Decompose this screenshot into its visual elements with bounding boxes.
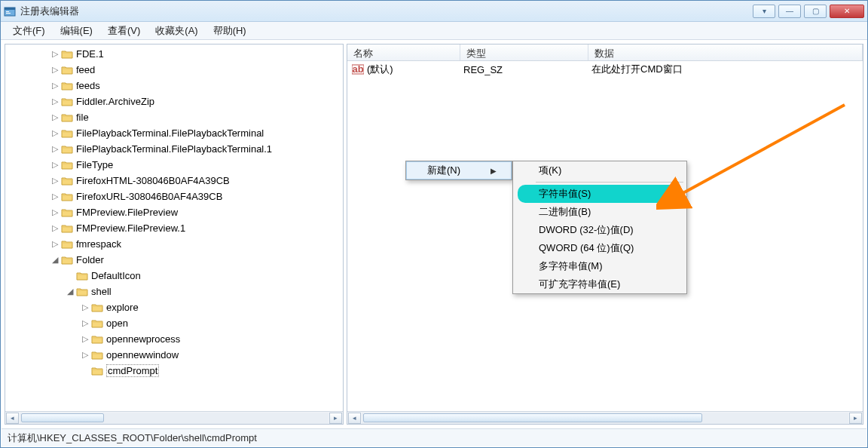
tree-expander-icon[interactable]: ▷ — [50, 207, 60, 217]
context-item-expand[interactable]: 可扩充字符串值(E) — [513, 275, 686, 293]
tree-item[interactable]: ◢Folder — [50, 252, 343, 268]
tree-item-label: FileType — [76, 159, 113, 170]
tree-expander-icon[interactable]: ▷ — [50, 192, 60, 201]
scroll-right-button[interactable]: ▸ — [329, 413, 342, 424]
tree-expander-icon[interactable]: ▷ — [81, 318, 90, 328]
folder-icon — [61, 128, 73, 139]
titlebar[interactable]: 注册表编辑器 ▾ — ▢ ✕ — [1, 1, 867, 22]
scroll-left-button[interactable]: ◂ — [348, 413, 361, 424]
tree-expander-icon[interactable]: ▷ — [50, 49, 60, 59]
value-type: REG_SZ — [463, 64, 591, 75]
scroll-track[interactable] — [362, 413, 848, 424]
tree-item[interactable]: ▷FileType — [50, 157, 343, 173]
tree-item[interactable]: ▷FirefoxHTML-308046B0AF4A39CB — [50, 173, 343, 189]
string-value-icon: ab — [352, 63, 364, 75]
tree-expander-icon[interactable]: ◢ — [50, 255, 60, 265]
scroll-thumb[interactable] — [363, 413, 702, 422]
tree-item[interactable]: ▷FMPreview.FilePreview — [50, 204, 343, 220]
tree-item-label: DefaultIcon — [91, 270, 141, 281]
menu-file[interactable]: 文件(F) — [5, 22, 53, 40]
tree-item[interactable]: ▷opennewwindow — [50, 347, 343, 363]
tree-item[interactable]: ▷feeds — [50, 78, 343, 94]
tree-view[interactable]: ▷FDE.1▷feed▷feeds▷Fiddler.ArchiveZip▷fil… — [5, 44, 343, 411]
tree-expander-icon[interactable] — [66, 272, 75, 281]
tree-expander-icon[interactable]: ▷ — [50, 128, 60, 138]
tree-item[interactable]: DefaultIcon — [50, 268, 343, 284]
tree-item-label: FMPreview.FilePreview — [76, 207, 178, 218]
menu-favorites[interactable]: 收藏夹(A) — [148, 22, 205, 40]
tree-expander-icon[interactable]: ▷ — [81, 350, 90, 360]
context-item-binary[interactable]: 二进制值(B) — [513, 203, 686, 221]
menu-edit[interactable]: 编辑(E) — [53, 22, 100, 40]
tree-item-label: feeds — [76, 80, 100, 91]
tree-item[interactable]: ▷FilePlaybackTerminal.FilePlaybackTermin… — [50, 125, 343, 141]
tree-item[interactable]: cmdPrompt — [50, 363, 343, 379]
tree-expander-icon[interactable] — [81, 367, 90, 376]
tree-expander-icon[interactable]: ▷ — [50, 97, 60, 106]
tree-expander-icon[interactable]: ▷ — [50, 65, 60, 75]
tree-item[interactable]: ▷FirefoxURL-308046B0AF4A39CB — [50, 189, 343, 204]
context-item-label: DWORD (32-位)值(D) — [539, 223, 634, 237]
tree-expander-icon[interactable]: ▷ — [50, 81, 60, 91]
tree-item-label: FilePlaybackTerminal.FilePlaybackTermina… — [76, 127, 264, 139]
tree-item-label: fmrespack — [76, 238, 121, 250]
col-header-name[interactable]: 名称 — [347, 44, 460, 60]
tree-expander-icon[interactable]: ◢ — [66, 287, 75, 296]
app-icon — [4, 5, 16, 17]
tree-scrollbar-horizontal[interactable]: ◂ ▸ — [5, 411, 343, 424]
window-dropdown-button[interactable]: ▾ — [753, 5, 775, 18]
close-button[interactable]: ✕ — [830, 5, 864, 18]
folder-icon — [61, 223, 73, 234]
tree-item-label: Fiddler.ArchiveZip — [76, 96, 154, 107]
tree-expander-icon[interactable]: ▷ — [50, 144, 60, 154]
tree-item-label: open — [106, 318, 128, 329]
menu-help[interactable]: 帮助(H) — [206, 22, 254, 40]
context-item-dword[interactable]: DWORD (32-位)值(D) — [513, 221, 686, 239]
context-item-string[interactable]: 字符串值(S) — [518, 185, 682, 203]
statusbar: 计算机\HKEY_CLASSES_ROOT\Folder\shell\cmdPr… — [2, 428, 866, 446]
tree-expander-icon[interactable]: ▷ — [81, 302, 90, 312]
context-item-label: QWORD (64 位)值(Q) — [539, 241, 634, 255]
tree-expander-icon[interactable]: ▷ — [81, 334, 90, 344]
tree-expander-icon[interactable]: ▷ — [50, 223, 60, 233]
maximize-button[interactable]: ▢ — [804, 5, 827, 18]
context-item-key[interactable]: 项(K) — [513, 161, 686, 180]
tree-item[interactable]: ▷feed — [50, 62, 343, 78]
tree-item-label: opennewwindow — [106, 349, 179, 361]
col-header-data[interactable]: 数据 — [588, 44, 863, 60]
tree-expander-icon[interactable]: ▷ — [50, 112, 60, 122]
folder-icon — [91, 302, 103, 313]
tree-item-label: opennewprocess — [106, 333, 180, 345]
tree-item[interactable]: ▷explore — [50, 299, 343, 315]
context-item-qword[interactable]: QWORD (64 位)值(Q) — [513, 239, 686, 257]
tree-expander-icon[interactable]: ▷ — [50, 160, 60, 170]
tree-item[interactable]: ◢shell — [50, 284, 343, 299]
menu-view[interactable]: 查看(V) — [100, 22, 148, 40]
folder-icon — [61, 160, 73, 170]
list-row[interactable]: ab (默认) REG_SZ 在此处打开CMD窗口 — [347, 61, 863, 78]
col-header-type[interactable]: 类型 — [460, 44, 588, 60]
context-item-multi[interactable]: 多字符串值(M) — [513, 257, 686, 275]
scroll-right-button[interactable]: ▸ — [849, 413, 862, 424]
scroll-left-button[interactable]: ◂ — [6, 413, 19, 424]
client-area: ▷FDE.1▷feed▷feeds▷Fiddler.ArchiveZip▷fil… — [2, 41, 866, 428]
submenu-arrow-icon: ▶ — [491, 167, 497, 175]
scroll-thumb[interactable] — [21, 413, 104, 422]
scroll-track[interactable] — [20, 413, 329, 424]
context-item-new[interactable]: 新建(N) ▶ — [406, 161, 512, 180]
tree-item[interactable]: ▷file — [50, 109, 343, 125]
tree-item[interactable]: ▷open — [50, 315, 343, 331]
folder-icon — [61, 97, 73, 107]
folder-icon — [61, 192, 73, 202]
values-scrollbar-horizontal[interactable]: ◂ ▸ — [347, 411, 863, 424]
tree-item[interactable]: ▷FDE.1 — [50, 46, 343, 62]
tree-item-label: Folder — [76, 254, 104, 265]
tree-expander-icon[interactable]: ▷ — [50, 239, 60, 249]
tree-expander-icon[interactable]: ▷ — [50, 176, 60, 186]
tree-item[interactable]: ▷FilePlaybackTerminal.FilePlaybackTermin… — [50, 141, 343, 157]
tree-item[interactable]: ▷fmrespack — [50, 236, 343, 252]
tree-item[interactable]: ▷opennewprocess — [50, 331, 343, 347]
tree-item[interactable]: ▷Fiddler.ArchiveZip — [50, 94, 343, 109]
tree-item[interactable]: ▷FMPreview.FilePreview.1 — [50, 220, 343, 236]
minimize-button[interactable]: — — [778, 5, 801, 18]
